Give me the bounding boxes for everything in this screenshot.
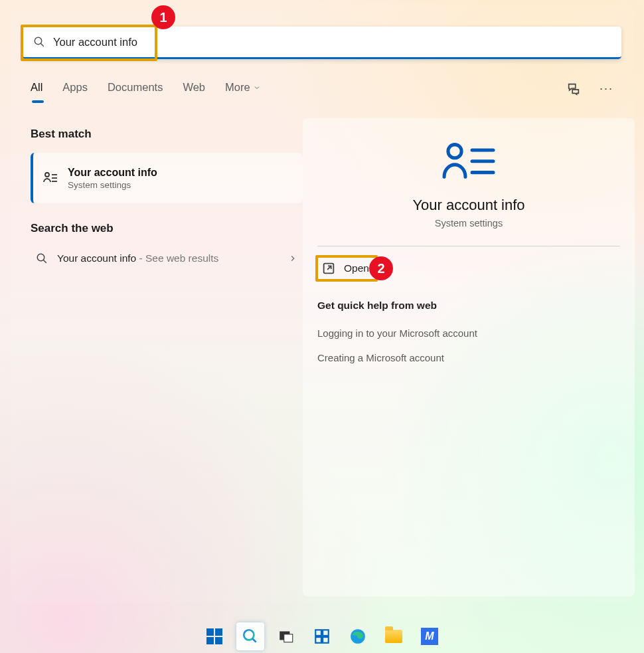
app-tile-icon: M [421, 628, 438, 645]
preview-title: Your account info [317, 197, 620, 214]
help-link-create[interactable]: Creating a Microsoft account [317, 352, 620, 363]
widgets-icon [313, 628, 331, 645]
chevron-down-icon [253, 84, 261, 92]
svg-point-0 [35, 37, 42, 45]
widgets[interactable] [308, 622, 336, 650]
tab-all[interactable]: All [31, 81, 42, 94]
web-result-hint: - See web results [136, 252, 218, 264]
file-explorer[interactable] [380, 622, 408, 650]
taskbar: M [0, 620, 644, 653]
chevron-right-icon [288, 254, 297, 263]
annotation-badge-2: 2 [369, 256, 393, 280]
task-view[interactable] [272, 622, 300, 650]
divider [317, 246, 620, 246]
tab-more[interactable]: More [225, 81, 261, 94]
preview-subtitle: System settings [317, 218, 620, 229]
open-label: Open [344, 262, 369, 274]
start-button[interactable] [201, 622, 228, 650]
svg-point-6 [37, 254, 44, 261]
annotation-badge-1: 1 [151, 5, 175, 29]
open-button[interactable]: Open [317, 257, 376, 280]
svg-rect-20 [323, 637, 329, 643]
tab-more-label: More [225, 81, 250, 94]
tab-apps[interactable]: Apps [62, 81, 88, 94]
svg-point-2 [45, 173, 49, 177]
best-match-subtitle: System settings [68, 180, 157, 190]
best-match-title: Your account info [68, 167, 157, 179]
svg-point-8 [448, 145, 461, 158]
web-result-row[interactable]: Your account info - See web results [31, 246, 303, 271]
taskbar-search[interactable] [236, 622, 264, 650]
search-input[interactable] [53, 36, 611, 48]
open-external-icon [321, 261, 336, 276]
search-bar[interactable] [23, 27, 621, 59]
filter-tabs: All Apps Documents Web More [31, 81, 261, 94]
windows-logo-icon [206, 628, 222, 644]
search-web-heading: Search the web [31, 222, 303, 235]
web-result-title: Your account info [57, 252, 136, 264]
best-match-result[interactable]: Your account info System settings [31, 153, 303, 203]
account-list-icon [441, 141, 497, 181]
taskbar-app[interactable]: M [416, 622, 443, 650]
search-icon [36, 252, 48, 264]
tab-documents[interactable]: Documents [108, 81, 163, 94]
svg-point-13 [244, 630, 254, 640]
quick-help-heading: Get quick help from web [317, 300, 620, 312]
svg-line-1 [40, 43, 44, 47]
folder-icon [385, 630, 402, 643]
svg-rect-19 [315, 637, 321, 643]
task-view-icon [278, 628, 295, 645]
svg-line-14 [252, 638, 256, 642]
account-list-icon [42, 170, 58, 186]
tab-web[interactable]: Web [183, 81, 205, 94]
best-match-heading: Best match [31, 128, 303, 141]
svg-rect-18 [323, 630, 329, 636]
help-link-login[interactable]: Logging in to your Microsoft account [317, 327, 620, 339]
edge-browser[interactable] [344, 622, 372, 650]
search-icon [33, 36, 45, 48]
svg-line-7 [43, 260, 46, 263]
svg-rect-17 [315, 630, 321, 636]
search-icon [242, 628, 259, 645]
search-window: All Apps Documents Web More ··· Best mat… [11, 4, 633, 602]
edge-icon [349, 628, 366, 645]
chat-icon[interactable] [566, 81, 581, 96]
preview-panel: Your account info System settings Open G… [303, 118, 635, 597]
more-options-icon[interactable]: ··· [600, 82, 613, 96]
svg-rect-16 [284, 634, 293, 642]
